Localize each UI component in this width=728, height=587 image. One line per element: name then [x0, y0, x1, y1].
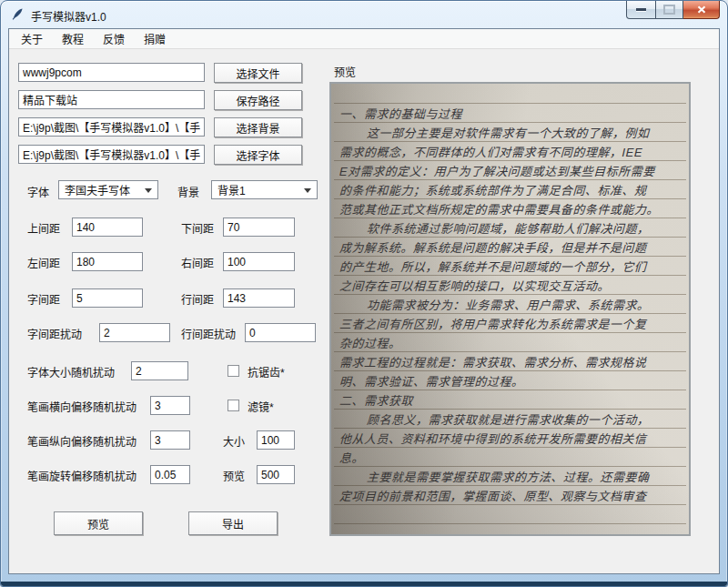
line-spacing-jitter-input[interactable]	[245, 323, 316, 342]
menu-tutorial[interactable]: 教程	[54, 29, 92, 48]
paper-photo: 一、需求的基础与过程 这一部分主要是对软件需求有一个大致的了解，例如 需求的概念…	[331, 84, 689, 534]
char-spacing-input[interactable]	[72, 288, 143, 308]
antialias-checkbox[interactable]	[228, 365, 239, 377]
font-size-jitter-input[interactable]	[131, 361, 188, 380]
app-window: 手写模拟器v1.0 关于 教程 反馈 捐赠 选择文件 保存路径 选	[0, 0, 728, 587]
antialias-label: 抗锯齿*	[248, 364, 285, 380]
save-name-input[interactable]	[18, 90, 205, 109]
char-spacing-jitter-input[interactable]	[99, 323, 170, 342]
background-combobox[interactable]: 背景1	[211, 180, 318, 199]
char-spacing-jitter-label: 字间距扰动	[27, 326, 82, 341]
background-combobox-value: 背景1	[217, 182, 246, 197]
menu-feedback[interactable]: 反馈	[95, 29, 133, 48]
line-spacing-jitter-label: 行间距扰动	[181, 326, 236, 341]
preview-size-input[interactable]	[257, 465, 295, 484]
select-file-button[interactable]: 选择文件	[214, 63, 302, 83]
titlebar[interactable]: 手写模拟器v1.0	[1, 1, 727, 28]
spacing-top-label: 上间距	[27, 220, 60, 236]
window-bottom-edge	[1, 582, 727, 586]
background-label: 背景	[177, 184, 199, 199]
chevron-down-icon	[304, 188, 311, 193]
select-font-button[interactable]: 选择字体	[214, 145, 302, 165]
client-area: 关于 教程 反馈 捐赠 选择文件 保存路径 选择背景 选择字体 字体 李国夫手写…	[8, 28, 720, 574]
preview-size-label: 预览	[223, 468, 245, 483]
chevron-down-icon	[145, 188, 152, 193]
line-spacing-input[interactable]	[223, 288, 295, 308]
stroke-v-jitter-input[interactable]	[150, 430, 190, 450]
select-background-button[interactable]: 选择背景	[214, 117, 302, 137]
menubar: 关于 教程 反馈 捐赠	[9, 29, 719, 49]
spacing-right-label: 右间距	[181, 255, 214, 270]
maximize-button[interactable]	[656, 1, 683, 19]
preview-panel-title: 预览	[334, 64, 356, 79]
window-title: 手写模拟器v1.0	[31, 8, 106, 24]
paper-shadow	[331, 84, 689, 534]
save-path-button[interactable]: 保存路径	[214, 90, 302, 110]
close-button[interactable]	[683, 1, 720, 19]
font-combobox[interactable]: 李国夫手写体	[58, 180, 158, 199]
stroke-rot-jitter-label: 笔画旋转偏移随机扰动	[27, 468, 136, 483]
close-icon	[697, 5, 706, 14]
spacing-left-input[interactable]	[72, 252, 143, 271]
line-spacing-label: 行间距	[181, 291, 214, 307]
stroke-rot-jitter-input[interactable]	[150, 465, 190, 484]
window-controls	[626, 1, 720, 19]
spacing-right-input[interactable]	[223, 252, 295, 271]
font-label: 字体	[27, 184, 49, 199]
spacing-left-label: 左间距	[27, 255, 60, 270]
screen: 手写模拟器v1.0 关于 教程 反馈 捐赠 选择文件 保存路径 选	[0, 0, 728, 587]
menu-donate[interactable]: 捐赠	[136, 29, 174, 48]
preview-image: 一、需求的基础与过程 这一部分主要是对软件需求有一个大致的了解，例如 需求的概念…	[329, 82, 691, 536]
filter-checkbox[interactable]	[228, 400, 239, 411]
menu-about[interactable]: 关于	[13, 29, 51, 48]
minimize-button[interactable]	[626, 1, 656, 19]
size-label: 大小	[223, 433, 245, 449]
stroke-v-jitter-label: 笔画纵向偏移随机扰动	[27, 433, 136, 449]
minimize-icon	[636, 8, 646, 11]
font-size-jitter-label: 字体大小随机扰动	[27, 364, 115, 380]
filter-label: 滤镜*	[248, 399, 274, 414]
size-input[interactable]	[257, 430, 295, 450]
char-spacing-label: 字间距	[27, 291, 60, 307]
text-source-input[interactable]	[18, 63, 205, 82]
spacing-top-input[interactable]	[72, 218, 143, 237]
stroke-h-jitter-input[interactable]	[150, 396, 190, 415]
feather-app-icon	[11, 7, 25, 21]
spacing-bottom-input[interactable]	[223, 218, 295, 237]
font-path-input[interactable]	[18, 145, 205, 164]
stroke-h-jitter-label: 笔画横向偏移随机扰动	[27, 399, 136, 414]
preview-button[interactable]: 预览	[54, 511, 143, 535]
background-path-input[interactable]	[18, 117, 205, 137]
export-button[interactable]: 导出	[188, 511, 278, 535]
spacing-bottom-label: 下间距	[181, 220, 214, 236]
maximize-icon	[663, 5, 675, 15]
font-combobox-value: 李国夫手写体	[65, 182, 130, 197]
